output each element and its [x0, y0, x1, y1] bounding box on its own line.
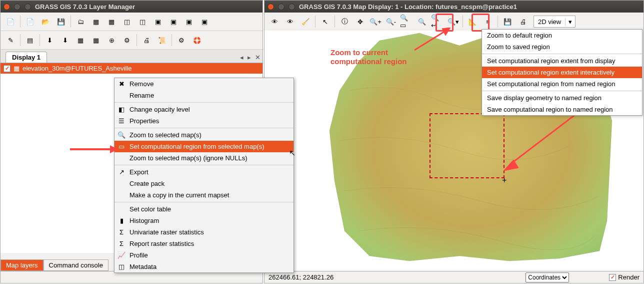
- help-button[interactable]: 🛟: [190, 33, 204, 47]
- layer-visibility-checkbox[interactable]: [4, 65, 10, 72]
- dropdown-item[interactable]: Save display geometry to named region: [482, 92, 642, 104]
- dropdown-item[interactable]: Set computational region extent from dis…: [482, 55, 642, 67]
- context-item[interactable]: ΣUnivariate raster statistics: [114, 226, 294, 238]
- cursor-icon: ↖: [289, 148, 296, 158]
- display-tab[interactable]: Display 1: [6, 52, 47, 63]
- render-checkbox[interactable]: Render: [609, 273, 640, 281]
- maximize-icon[interactable]: [288, 4, 295, 10]
- context-item[interactable]: ▭Set computational region from selected …: [114, 141, 294, 152]
- minimize-icon[interactable]: [14, 4, 20, 10]
- context-item[interactable]: Create pack: [114, 178, 294, 189]
- window-title: GRASS GIS 7.0.3 Layer Manager: [35, 3, 135, 11]
- dropdown-item[interactable]: Zoom to default region: [482, 30, 642, 41]
- close-icon[interactable]: [4, 4, 10, 10]
- context-item[interactable]: ◫Metadata: [114, 261, 294, 272]
- raster-calc-button[interactable]: ▦: [74, 33, 88, 47]
- context-item[interactable]: Make a copy in the current mapset: [114, 189, 294, 201]
- pointer-button[interactable]: ↖: [318, 15, 332, 29]
- close-icon[interactable]: [268, 4, 274, 10]
- dropdown-item[interactable]: Set computational region from named regi…: [482, 78, 642, 90]
- lm-toolbar-1: 📄 📄 📂 💾 🗂 ▦ ▦ ◫ ◫ ▣ ▣ ▣ ▣: [0, 13, 262, 31]
- dropdown-item[interactable]: Save computational region to named regio…: [482, 104, 642, 115]
- zoom-region-button[interactable]: 🔍: [415, 15, 429, 29]
- add-raster-button[interactable]: ▦: [89, 15, 103, 29]
- context-item-label: Properties: [130, 117, 159, 125]
- context-item[interactable]: 🔍Zoom to selected map(s): [114, 129, 294, 141]
- new-workspace-button[interactable]: 📄: [23, 15, 37, 29]
- context-item[interactable]: ▮Histogram: [114, 215, 294, 226]
- print-button[interactable]: 🖨: [516, 15, 530, 29]
- context-item[interactable]: Rename: [114, 90, 294, 101]
- menu-icon: Σ: [118, 240, 126, 248]
- status-mode-select[interactable]: Coordinates: [526, 272, 569, 282]
- add-layers-button[interactable]: 🗂: [74, 15, 88, 29]
- context-item[interactable]: Set color table: [114, 203, 294, 215]
- context-item-label: Create pack: [130, 180, 164, 187]
- menu-icon: 📈: [118, 251, 126, 259]
- add-vector-button[interactable]: ◫: [120, 15, 134, 29]
- context-item[interactable]: ↗Export: [114, 166, 294, 178]
- annotation-arrow-left: [70, 143, 120, 155]
- context-item-label: Set color table: [130, 205, 171, 213]
- vector-calc-button[interactable]: ▦: [89, 33, 103, 47]
- edit-vector-button[interactable]: ✎: [4, 33, 18, 47]
- tab-next-icon[interactable]: ▸: [246, 54, 253, 61]
- context-item[interactable]: ☰Properties: [114, 115, 294, 127]
- menu-icon: ☰: [118, 117, 126, 125]
- remove-layer-button[interactable]: ▣: [182, 15, 196, 29]
- pan-button[interactable]: ✥: [353, 15, 367, 29]
- tab-prev-icon[interactable]: ◂: [238, 54, 246, 61]
- attribute-table-button[interactable]: ▤: [23, 33, 37, 47]
- zoom-out-button[interactable]: 🔍-: [384, 15, 398, 29]
- zoom-extent-button[interactable]: 🔍▭: [400, 15, 414, 29]
- minimize-icon[interactable]: [278, 4, 284, 10]
- dropdown-item[interactable]: Zoom to saved region: [482, 41, 642, 53]
- zoom-in-button[interactable]: 🔍+: [368, 15, 382, 29]
- add-group-button[interactable]: ▣: [151, 15, 165, 29]
- georectify-button[interactable]: ⊕: [104, 33, 118, 47]
- settings-button[interactable]: ⚙: [174, 33, 188, 47]
- render-button[interactable]: 👁: [268, 15, 282, 29]
- context-item-label: Metadata: [130, 263, 156, 270]
- context-item-label: Zoom to selected map(s) (ignore NULLs): [130, 154, 248, 162]
- cartographic-button[interactable]: 🖨: [140, 33, 154, 47]
- menu-icon: ✖: [118, 80, 126, 88]
- add-misc-button[interactable]: ▣: [198, 15, 212, 29]
- import-raster-button[interactable]: ⬇: [42, 33, 56, 47]
- query-button[interactable]: ⓘ: [338, 15, 352, 29]
- script-button[interactable]: 📜: [155, 33, 169, 47]
- tab-command-console[interactable]: Command console: [44, 259, 108, 271]
- context-item-label: Export: [130, 168, 148, 176]
- context-item[interactable]: ✖Remove: [114, 78, 294, 90]
- save-image-button[interactable]: 💾: [500, 15, 514, 29]
- new-display-button[interactable]: 📄: [4, 15, 18, 29]
- checkbox-icon: [609, 274, 616, 281]
- map-statusbar: 262466.61; 224821.26 Coordinates Render: [264, 271, 644, 283]
- erase-button[interactable]: 🧹: [298, 15, 312, 29]
- tab-close-icon[interactable]: ✕: [253, 54, 262, 61]
- context-item-label: Remove: [130, 80, 154, 88]
- dropdown-item[interactable]: Set computational region extent interact…: [482, 67, 642, 78]
- add-overlay-button[interactable]: ▣: [166, 15, 180, 29]
- menu-icon: ◫: [118, 263, 126, 271]
- layer-row[interactable]: ▦ elevation_30m@FUTURES_Asheville: [0, 63, 262, 74]
- context-item-label: Set computational region from selected m…: [130, 143, 264, 150]
- maximize-icon[interactable]: [24, 4, 31, 10]
- import-vector-button[interactable]: ⬇: [58, 33, 72, 47]
- annotation-text: Zoom to currentcomputational region: [330, 48, 407, 66]
- add-raster3d-button[interactable]: ▦: [104, 15, 118, 29]
- context-item[interactable]: ΣReport raster statistics: [114, 238, 294, 249]
- tab-map-layers[interactable]: Map layers: [0, 259, 44, 271]
- save-workspace-button[interactable]: 💾: [54, 15, 68, 29]
- context-item[interactable]: 📈Profile: [114, 249, 294, 261]
- context-item[interactable]: ◧Change opacity level: [114, 104, 294, 115]
- open-workspace-button[interactable]: 📂: [38, 15, 52, 29]
- svg-marker-3: [442, 28, 450, 36]
- render-all-button[interactable]: 👁: [283, 15, 297, 29]
- context-item[interactable]: Zoom to selected map(s) (ignore NULLs): [114, 152, 294, 164]
- computational-region-box: [430, 113, 504, 178]
- modeler-button[interactable]: ⚙: [120, 33, 134, 47]
- view-mode-select[interactable]: 2D view ▾: [534, 16, 576, 28]
- annotation-arrow-toolbar: [414, 28, 454, 53]
- add-vector-misc-button[interactable]: ◫: [136, 15, 150, 29]
